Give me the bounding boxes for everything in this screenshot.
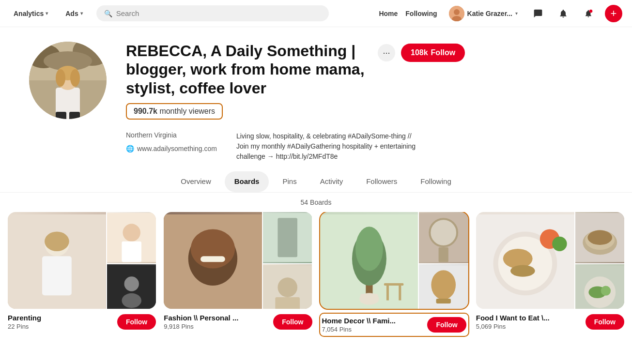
board-name: Home Decor \\ Fami... — [322, 317, 396, 325]
search-bar[interactable]: 🔍 — [96, 5, 329, 21]
board-image-sm2 — [419, 264, 468, 309]
boards-grid: Parenting 22 Pins Follow — [0, 212, 632, 346]
website-text: www.adailysomething.com — [137, 145, 217, 152]
svg-point-46 — [430, 219, 458, 246]
svg-rect-44 — [399, 286, 401, 300]
messages-button[interactable] — [529, 5, 547, 22]
svg-rect-42 — [384, 283, 403, 286]
tab-boards[interactable]: Boards — [225, 171, 269, 192]
monthly-viewers-label: monthly viewers — [159, 107, 215, 116]
tab-pins[interactable]: Pins — [273, 171, 306, 192]
tab-activity[interactable]: Activity — [310, 171, 353, 192]
svg-rect-30 — [200, 256, 225, 262]
board-card-parenting: Parenting 22 Pins Follow — [8, 212, 156, 336]
boards-count: 54 Boards — [0, 193, 632, 212]
user-menu[interactable]: Katie Grazer... ▾ — [445, 4, 522, 23]
svg-point-56 — [510, 265, 535, 277]
svg-point-3 — [589, 9, 593, 13]
home-link[interactable]: Home — [379, 10, 398, 17]
board-follow-button-home-decor[interactable]: Follow — [427, 317, 466, 333]
svg-rect-23 — [122, 242, 141, 262]
board-image-sm2 — [263, 264, 312, 309]
svg-rect-35 — [275, 297, 300, 309]
svg-point-14 — [70, 69, 80, 87]
board-name: Food I Want to Eat \... — [476, 314, 550, 322]
search-input[interactable] — [116, 9, 321, 17]
svg-point-22 — [123, 224, 140, 242]
avatar — [449, 6, 464, 21]
svg-point-62 — [587, 230, 612, 245]
board-card-home-decor: Home Decor \\ Fami... 7,054 Pins Follow — [320, 212, 468, 336]
svg-point-34 — [278, 277, 298, 297]
tab-overview[interactable]: Overview — [171, 171, 221, 192]
tabs: Overview Boards Pins Activity Followers … — [0, 171, 632, 192]
ads-label: Ads — [65, 10, 78, 17]
board-follow-button-food[interactable]: Follow — [586, 314, 624, 330]
updates-button[interactable] — [580, 5, 597, 22]
analytics-label: Analytics — [14, 10, 44, 17]
ads-chevron-icon: ▾ — [80, 11, 83, 16]
tab-followers[interactable]: Followers — [356, 171, 407, 192]
board-info-home-decor: Home Decor \\ Fami... 7,054 Pins — [322, 317, 396, 333]
board-follow-button-parenting[interactable]: Follow — [117, 314, 156, 330]
board-images-food[interactable] — [476, 212, 624, 309]
board-images-parenting[interactable] — [8, 212, 156, 309]
profile-header: REBECCA, A Daily Something | blogger, wo… — [126, 42, 603, 97]
analytics-chevron-icon: ▾ — [46, 11, 48, 16]
board-pins: 22 Pins — [8, 323, 41, 330]
globe-icon: 🌐 — [126, 145, 134, 152]
profile-name: REBECCA, A Daily Something | blogger, wo… — [126, 42, 368, 97]
more-options-button[interactable]: ··· — [378, 44, 395, 61]
svg-rect-16 — [69, 112, 80, 119]
svg-rect-50 — [436, 299, 451, 303]
board-info-food: Food I Want to Eat \... 5,069 Pins — [476, 314, 550, 330]
monthly-viewers-badge: 990.7k monthly viewers — [126, 103, 223, 120]
board-image-sm2 — [107, 264, 156, 309]
profile-website[interactable]: 🌐 www.adailysomething.com — [126, 145, 217, 152]
board-pins: 9,918 Pins — [164, 323, 238, 330]
main-follow-button[interactable]: 108k Follow — [401, 44, 465, 62]
add-icon: + — [611, 7, 617, 20]
board-name: Fashion \\ Personal ... — [164, 314, 238, 322]
svg-rect-41 — [360, 294, 378, 303]
tab-following[interactable]: Following — [411, 171, 461, 192]
svg-point-13 — [56, 69, 65, 87]
svg-point-20 — [45, 232, 69, 252]
svg-rect-47 — [439, 247, 448, 262]
board-footer-fashion: Fashion \\ Personal ... 9,918 Pins Follo… — [164, 314, 312, 330]
svg-point-1 — [454, 9, 460, 15]
svg-rect-32 — [278, 218, 298, 257]
board-card-fashion: Fashion \\ Personal ... 9,918 Pins Follo… — [164, 212, 312, 336]
profile-left — [29, 42, 107, 119]
profile-section: REBECCA, A Daily Something | blogger, wo… — [0, 27, 632, 171]
svg-rect-15 — [56, 112, 66, 119]
svg-point-25 — [124, 276, 139, 291]
board-image-main — [476, 212, 574, 309]
board-images-home-decor[interactable] — [320, 212, 468, 309]
add-button[interactable]: + — [605, 5, 622, 22]
notifications-button[interactable] — [555, 5, 572, 22]
profile-location: Northern Virginia — [126, 131, 217, 139]
svg-rect-43 — [386, 286, 388, 300]
tabs-section: Overview Boards Pins Activity Followers … — [0, 171, 632, 193]
profile-avatar — [29, 42, 107, 119]
header: Analytics ▾ Ads ▾ 🔍 Home Following Katie… — [0, 0, 632, 27]
header-right: Home Following Katie Grazer... ▾ + — [379, 4, 622, 23]
board-follow-button-fashion[interactable]: Follow — [273, 314, 312, 330]
profile-center: REBECCA, A Daily Something | blogger, wo… — [126, 42, 603, 162]
board-image-main — [320, 212, 418, 309]
ads-menu[interactable]: Ads ▾ — [62, 7, 86, 20]
analytics-menu[interactable]: Analytics ▾ — [10, 7, 52, 20]
board-image-sm2 — [575, 264, 624, 309]
board-pins: 7,054 Pins — [322, 326, 396, 333]
board-info-fashion: Fashion \\ Personal ... 9,918 Pins — [164, 314, 238, 330]
board-images-fashion[interactable] — [164, 212, 312, 309]
board-info-parenting: Parenting 22 Pins — [8, 314, 41, 330]
board-pins: 5,069 Pins — [476, 323, 550, 330]
board-image-sm1 — [263, 212, 312, 263]
svg-point-26 — [122, 293, 141, 307]
following-link[interactable]: Following — [405, 10, 437, 17]
svg-point-29 — [191, 229, 235, 269]
board-footer-home-decor: Home Decor \\ Fami... 7,054 Pins Follow — [320, 314, 468, 336]
monthly-viewers-count: 990.7k — [134, 107, 157, 116]
